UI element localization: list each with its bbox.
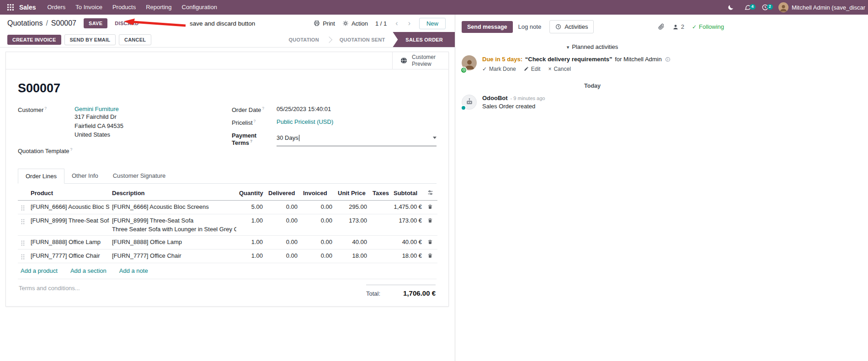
edit-activity-button[interactable]: Edit: [524, 66, 541, 72]
cell-unit-price[interactable]: 295.00: [335, 200, 370, 214]
header-invoiced[interactable]: Invoiced: [300, 186, 335, 201]
payment-terms-input[interactable]: 30 Days: [277, 132, 437, 146]
cell-delivered[interactable]: 0.00: [266, 249, 300, 263]
pricelist-value[interactable]: Public Pricelist (USD): [277, 118, 333, 126]
delete-line-icon[interactable]: [425, 200, 437, 214]
terms-placeholder[interactable]: Terms and conditions...: [19, 285, 80, 292]
customer-preview-button[interactable]: Customer Preview: [392, 52, 448, 69]
cell-delivered[interactable]: 0.00: [266, 200, 300, 214]
add-note-link[interactable]: Add a note: [119, 267, 148, 274]
header-description[interactable]: Description: [109, 186, 236, 201]
following-button[interactable]: ✓ Following: [692, 23, 724, 30]
status-sales-order[interactable]: SALES ORDER: [393, 32, 455, 47]
drag-handle-icon[interactable]: [18, 214, 28, 235]
cell-invoiced[interactable]: 0.00: [300, 214, 335, 235]
info-icon[interactable]: [665, 57, 671, 62]
user-name[interactable]: Mitchell Admin (save_discar: [792, 4, 865, 11]
cell-unit-price[interactable]: 40.00: [335, 235, 370, 249]
order-line-row[interactable]: [FURN_8999] Three-Seat Sofa [FURN_8999] …: [18, 214, 437, 235]
status-quotation-sent[interactable]: QUOTATION SENT: [332, 32, 393, 47]
activities-button[interactable]: Activities: [549, 20, 594, 33]
cell-taxes[interactable]: [370, 235, 391, 249]
delete-line-icon[interactable]: [425, 235, 437, 249]
message-author[interactable]: OdooBot: [482, 95, 508, 101]
followers-button[interactable]: 2: [672, 23, 684, 30]
attachment-icon[interactable]: [658, 23, 665, 30]
cell-invoiced[interactable]: 0.00: [300, 235, 335, 249]
breadcrumb-parent[interactable]: Quotations: [7, 19, 43, 27]
header-product[interactable]: Product: [28, 186, 109, 201]
cell-delivered[interactable]: 0.00: [266, 214, 300, 235]
menu-configuration[interactable]: Configuration: [177, 0, 222, 15]
delete-line-icon[interactable]: [425, 214, 437, 235]
cell-product[interactable]: [FURN_8888] Office Lamp: [28, 235, 109, 249]
cell-product[interactable]: [FURN_7777] Office Chair: [28, 249, 109, 263]
cell-quantity[interactable]: 1.00: [236, 249, 266, 263]
cell-quantity[interactable]: 1.00: [236, 214, 266, 235]
new-button[interactable]: New: [419, 18, 446, 29]
header-subtotal[interactable]: Subtotal: [391, 186, 425, 201]
create-invoice-button[interactable]: CREATE INVOICE: [7, 35, 61, 45]
planned-activities-header[interactable]: ▾Planned activities: [455, 43, 730, 50]
status-quotation[interactable]: QUOTATION: [281, 32, 327, 47]
user-avatar[interactable]: [778, 2, 788, 12]
cell-description[interactable]: [FURN_8888] Office Lamp: [109, 235, 236, 249]
log-note-button[interactable]: Log note: [513, 21, 547, 33]
action-button[interactable]: Action: [342, 20, 368, 27]
cell-taxes[interactable]: [370, 249, 391, 263]
customer-link[interactable]: Gemini Furniture: [75, 106, 119, 112]
cell-product[interactable]: [FURN_6666] Acoustic Bloc Screens: [28, 200, 109, 214]
cell-quantity[interactable]: 5.00: [236, 200, 266, 214]
cell-taxes[interactable]: [370, 200, 391, 214]
cell-delivered[interactable]: 0.00: [266, 235, 300, 249]
print-button[interactable]: Print: [314, 20, 335, 27]
cell-unit-price[interactable]: 173.00: [335, 214, 370, 235]
delete-line-icon[interactable]: [425, 249, 437, 263]
cell-taxes[interactable]: [370, 214, 391, 235]
save-button[interactable]: SAVE: [84, 18, 107, 28]
cell-invoiced[interactable]: 0.00: [300, 200, 335, 214]
tab-customer-signature[interactable]: Customer Signature: [106, 169, 173, 183]
send-message-button[interactable]: Send message: [462, 21, 513, 33]
cancel-button[interactable]: CANCEL: [119, 34, 151, 45]
app-name[interactable]: Sales: [19, 4, 36, 11]
add-section-link[interactable]: Add a section: [70, 267, 107, 274]
tab-other-info[interactable]: Other Info: [64, 169, 106, 183]
menu-products[interactable]: Products: [107, 0, 141, 15]
header-unit-price[interactable]: Unit Price: [335, 186, 370, 201]
drag-handle-icon[interactable]: [18, 200, 28, 214]
drag-handle-icon[interactable]: [18, 249, 28, 263]
send-by-email-button[interactable]: SEND BY EMAIL: [64, 34, 116, 45]
cell-unit-price[interactable]: 18.00: [335, 249, 370, 263]
drag-handle-icon[interactable]: [18, 235, 28, 249]
header-quantity[interactable]: Quantity: [236, 186, 266, 201]
cell-product[interactable]: [FURN_8999] Three-Seat Sofa: [28, 214, 109, 235]
order-date-value[interactable]: 05/25/2023 15:40:01: [277, 106, 331, 113]
tab-order-lines[interactable]: Order Lines: [18, 169, 64, 184]
header-delivered[interactable]: Delivered: [266, 186, 300, 201]
cell-invoiced[interactable]: 0.00: [300, 249, 335, 263]
messages-icon[interactable]: 4: [739, 4, 756, 11]
apps-menu-icon[interactable]: [3, 4, 18, 11]
pager-next-icon[interactable]: ›: [407, 20, 412, 27]
caret-down-icon[interactable]: [433, 137, 437, 139]
order-line-row[interactable]: [FURN_6666] Acoustic Bloc Screens [FURN_…: [18, 200, 437, 214]
cell-description[interactable]: [FURN_7777] Office Chair: [109, 249, 236, 263]
menu-to-invoice[interactable]: To Invoice: [70, 0, 107, 15]
cancel-activity-button[interactable]: × Cancel: [548, 66, 570, 72]
add-product-link[interactable]: Add a product: [21, 267, 58, 274]
activities-clock-icon[interactable]: 2: [756, 4, 774, 11]
menu-orders[interactable]: Orders: [43, 0, 71, 15]
order-line-row[interactable]: [FURN_7777] Office Chair [FURN_7777] Off…: [18, 249, 437, 263]
optional-columns-icon[interactable]: [425, 186, 437, 201]
header-taxes[interactable]: Taxes: [370, 186, 391, 201]
pager-previous-icon[interactable]: ‹: [394, 20, 399, 27]
dark-mode-moon-icon[interactable]: [722, 4, 739, 11]
cell-description[interactable]: [FURN_8999] Three-Seat SofaThree Seater …: [109, 214, 236, 235]
mark-done-button[interactable]: ✓ Mark Done: [482, 66, 516, 72]
cell-description[interactable]: [FURN_6666] Acoustic Bloc Screens: [109, 200, 236, 214]
menu-reporting[interactable]: Reporting: [141, 0, 176, 15]
discard-button[interactable]: DISCARD: [111, 18, 142, 28]
order-line-row[interactable]: [FURN_8888] Office Lamp [FURN_8888] Offi…: [18, 235, 437, 249]
cell-quantity[interactable]: 1.00: [236, 235, 266, 249]
